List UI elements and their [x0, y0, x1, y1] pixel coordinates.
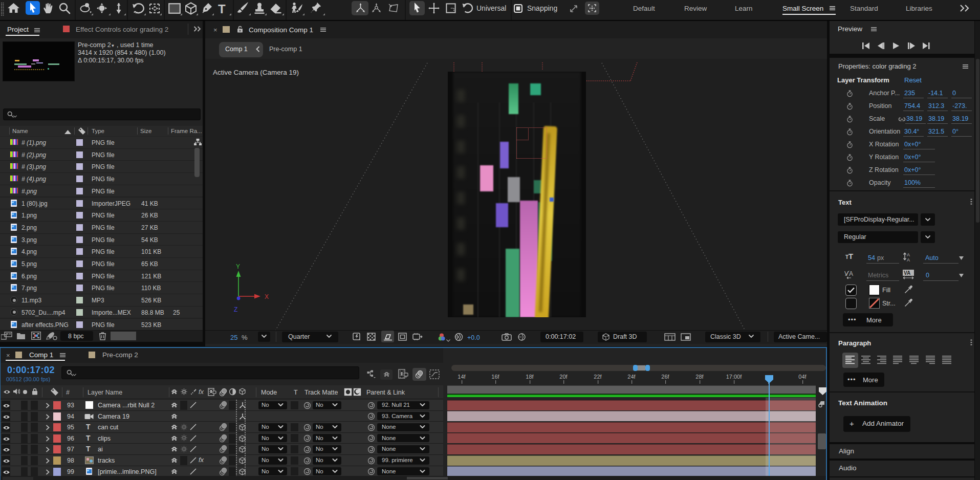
svg-text:Y: Y	[236, 264, 240, 270]
svg-text:A: A	[849, 270, 853, 277]
svg-text:X: X	[265, 293, 269, 300]
svg-text:A: A	[907, 252, 910, 257]
svg-text:Z: Z	[234, 306, 237, 313]
svg-text:V: V	[844, 270, 848, 277]
svg-text:VA: VA	[904, 270, 910, 276]
svg-text:A: A	[907, 257, 910, 262]
